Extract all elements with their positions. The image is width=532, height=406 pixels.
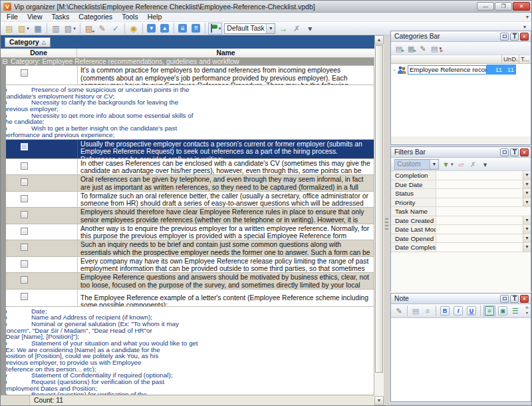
filters-pin-icon[interactable] — [510, 148, 519, 156]
note-content[interactable] — [391, 317, 531, 401]
filters-close-icon[interactable]: × — [520, 148, 529, 156]
filter-more-icon[interactable]: ▾ — [479, 159, 490, 170]
task-row[interactable]: In other cases References can be enclose… — [1, 159, 374, 176]
print-preview-icon[interactable]: ▧▾ — [63, 23, 77, 35]
name-cell[interactable]: To formalize such an oral reference bett… — [77, 192, 374, 208]
filter-value[interactable] — [436, 180, 523, 189]
filter-dropdown-icon[interactable]: ▼ — [523, 243, 531, 252]
apply-template-icon[interactable]: → — [277, 23, 289, 35]
filters-menu-icon[interactable] — [500, 148, 509, 156]
bullet-list-icon[interactable]: ☰ — [510, 305, 521, 316]
edit-category-icon[interactable]: ✎ — [418, 43, 428, 54]
task-checkbox[interactable] — [21, 260, 28, 268]
note-close-icon[interactable]: × — [520, 295, 529, 303]
save-icon[interactable]: ▦ — [32, 23, 44, 35]
task-checkbox[interactable] — [21, 143, 28, 150]
collapse-all-icon[interactable]: ⇈ — [190, 23, 202, 35]
undone-column-header[interactable]: UnD... — [501, 55, 519, 64]
toolbar-more-icon[interactable]: ▾ — [304, 23, 316, 35]
task-checkbox[interactable] — [21, 178, 28, 186]
menu-view[interactable]: View — [23, 13, 47, 21]
menu-categories[interactable]: Categories — [74, 13, 117, 21]
categories-pin-icon[interactable] — [510, 33, 519, 41]
paste-note-icon[interactable]: ▤ — [410, 305, 421, 316]
scrollbar-thumb[interactable] — [375, 45, 383, 373]
group-row[interactable]: Category: Employee Reference recommendat… — [1, 58, 374, 66]
filter-value[interactable] — [436, 189, 523, 198]
name-column-header[interactable]: Name — [77, 49, 374, 57]
filter-value[interactable] — [436, 198, 523, 207]
scroll-down-icon[interactable]: ▼ — [374, 396, 384, 405]
minimize-button[interactable]: — — [477, 2, 494, 11]
delete-template-icon[interactable]: ✗ — [291, 23, 303, 35]
filter-dropdown-icon[interactable]: ▼ — [523, 180, 531, 189]
task-checkbox[interactable] — [21, 293, 28, 300]
filter-preset-combo[interactable]: Custom ▼ — [394, 159, 439, 170]
edit-note-icon[interactable]: ✎ — [394, 305, 404, 316]
task-row[interactable]: It's a common practice for employers to … — [1, 66, 374, 85]
task-checkbox[interactable] — [21, 69, 28, 77]
categories-close-icon[interactable]: × — [520, 33, 529, 41]
note-toolbar-overflow-icon[interactable]: »▾ — [525, 305, 529, 315]
task-row[interactable]: Such an inquiry needs to be brief and co… — [1, 240, 374, 257]
name-cell[interactable]: Another way is to enquire the previous e… — [77, 224, 374, 240]
filter-value[interactable] — [436, 243, 523, 252]
categories-menu-icon[interactable] — [500, 33, 509, 41]
title-bar[interactable]: V Vip organizer [M:\Checklists\Employee … — [1, 1, 532, 13]
name-cell[interactable]: In other cases References can be enclose… — [77, 159, 374, 175]
filter-dropdown-icon[interactable]: ▼ — [523, 225, 531, 234]
task-row[interactable]: Employers should therefore have clear Em… — [1, 208, 374, 224]
filter-value[interactable] — [436, 225, 523, 234]
note-pin-icon[interactable] — [510, 295, 519, 303]
menu-help[interactable]: Help — [143, 13, 167, 21]
name-cell[interactable]: Usually the prospective employer contact… — [77, 140, 374, 158]
view-tasks-icon[interactable]: ◉ — [128, 23, 140, 35]
task-checkbox[interactable] — [21, 162, 28, 170]
note-row[interactable]: oDate;oName and Address of recipient (if… — [1, 307, 374, 395]
filter-dropdown-icon[interactable]: ▼ — [523, 234, 531, 243]
highlight-flag-icon[interactable]: ▾ — [208, 23, 223, 35]
name-cell[interactable]: Such an inquiry needs to be brief and co… — [77, 240, 374, 256]
done-column-header[interactable]: Done — [1, 49, 77, 57]
task-row[interactable]: Employee Reference questions and answers… — [1, 273, 374, 290]
name-cell[interactable]: Oral references can be given by telephon… — [77, 175, 374, 191]
add-task-icon[interactable]: ▤+ — [83, 23, 95, 35]
filter-dropdown-icon[interactable]: ▼ — [523, 198, 531, 207]
filter-value[interactable] — [436, 171, 523, 180]
delete-filter-icon[interactable]: ✗ — [467, 159, 478, 170]
new-database-icon[interactable]: ▤ — [3, 23, 15, 35]
italic-icon[interactable]: I — [452, 305, 464, 316]
category-name[interactable]: Employee Reference recommendations, guid… — [408, 65, 487, 75]
grid-vertical-scrollbar[interactable]: ▲ ▼ — [374, 35, 384, 405]
underline-icon[interactable]: U — [466, 305, 477, 316]
task-template-combo-dropdown-icon[interactable]: ▼ — [266, 24, 275, 33]
insert-image-icon[interactable]: ▣ — [497, 305, 509, 316]
add-category-icon[interactable]: ▤+ — [394, 43, 404, 54]
task-row[interactable]: Another way is to enquire the previous e… — [1, 224, 374, 241]
tree-expander-icon[interactable]: − — [391, 67, 398, 73]
toolbar-overflow-icon[interactable]: ▾ — [523, 24, 526, 30]
dock-splitter[interactable] — [384, 35, 390, 405]
apply-filter-icon[interactable]: ▼▾ — [441, 159, 454, 170]
open-database-icon[interactable]: ▨▾ — [17, 23, 31, 35]
delete-category-icon[interactable]: ▤×▾ — [430, 43, 443, 54]
filter-preset-dropdown-icon[interactable]: ▼ — [430, 160, 438, 169]
name-cell[interactable]: The Employee Reference example of a lett… — [77, 290, 374, 306]
task-row[interactable]: The Employee Reference example of a lett… — [1, 290, 374, 307]
task-row[interactable]: To formalize such an oral reference bett… — [1, 192, 374, 208]
task-checkbox[interactable] — [21, 211, 28, 218]
task-checkbox[interactable] — [21, 195, 28, 202]
group-collapse-icon[interactable] — [3, 59, 7, 64]
move-up-icon[interactable]: ▲ — [159, 23, 171, 35]
task-row[interactable]: Usually the prospective employer contact… — [1, 140, 374, 159]
clear-note-icon[interactable]: ≡ — [422, 305, 433, 316]
filter-dropdown-icon[interactable]: ▼ — [523, 171, 531, 180]
clear-filter-icon[interactable]: ▱ — [456, 159, 466, 170]
name-cell[interactable]: It's a common practice for employers to … — [77, 66, 374, 85]
scroll-up-icon[interactable]: ▲ — [374, 35, 384, 45]
name-cell[interactable]: Employers should therefore have clear Em… — [77, 208, 374, 224]
filter-value[interactable] — [436, 207, 531, 216]
note-menu-icon[interactable] — [500, 295, 509, 303]
print-icon[interactable]: ▥ — [50, 23, 62, 35]
task-checkbox[interactable] — [21, 244, 28, 251]
